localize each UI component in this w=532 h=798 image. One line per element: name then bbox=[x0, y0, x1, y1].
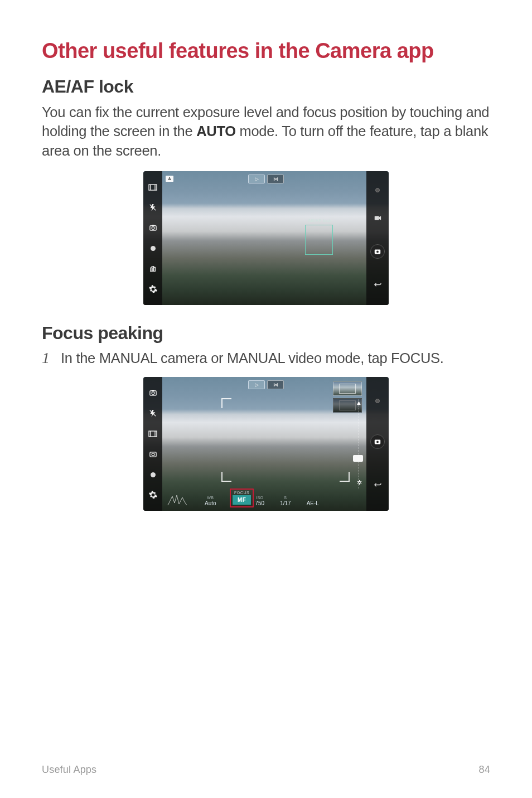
raw-icon[interactable] bbox=[148, 450, 157, 459]
section-title: Other useful features in the Camera app bbox=[42, 39, 490, 63]
param-iso[interactable]: ISO 750 bbox=[255, 496, 264, 507]
switch-camera-icon[interactable] bbox=[148, 224, 157, 233]
left-rail bbox=[143, 377, 162, 511]
right-rail bbox=[366, 171, 389, 305]
focus-callout: FOCUS MF bbox=[230, 489, 254, 507]
footer-label: Useful Apps bbox=[42, 764, 96, 776]
param-ael-label: AE-L bbox=[307, 500, 319, 507]
svg-point-26 bbox=[376, 441, 379, 443]
step-b3: FOCUS bbox=[391, 350, 440, 366]
param-iso-value: 750 bbox=[255, 500, 264, 507]
svg-point-23 bbox=[152, 453, 154, 456]
manual-param-bar: WB Auto EV 0.0 ISO 750 S 1/17 AE-L bbox=[205, 496, 360, 507]
step-b2: MANUAL video bbox=[227, 350, 322, 366]
aeaf-body-bold: AUTO bbox=[196, 123, 236, 139]
aeaf-lock-box[interactable] bbox=[305, 225, 333, 255]
step-mid1: or bbox=[207, 350, 227, 366]
step-mid2: mode, tap bbox=[322, 350, 391, 366]
svg-marker-12 bbox=[379, 216, 381, 220]
param-ael[interactable]: AE-L bbox=[307, 500, 319, 507]
param-wb[interactable]: WB Auto bbox=[205, 496, 216, 507]
back-icon[interactable] bbox=[373, 481, 382, 490]
svg-rect-19 bbox=[149, 431, 157, 437]
gallery-thumb-icon[interactable] bbox=[375, 399, 380, 403]
aeaf-screenshot: A ▷ ⋈ AE/AF lock bbox=[143, 171, 389, 305]
param-wb-value: Auto bbox=[205, 500, 216, 507]
svg-rect-10 bbox=[153, 268, 156, 272]
pip-thumb-top[interactable] bbox=[333, 381, 362, 396]
focus-label: FOCUS bbox=[234, 491, 250, 495]
flash-off-icon[interactable] bbox=[148, 409, 157, 418]
focus-step-1: 1 In the MANUAL camera or MANUAL video m… bbox=[42, 349, 490, 367]
film-icon[interactable] bbox=[148, 429, 157, 438]
svg-point-6 bbox=[152, 227, 154, 230]
svg-rect-0 bbox=[149, 185, 157, 190]
record-icon[interactable] bbox=[373, 214, 382, 223]
shutter-button[interactable] bbox=[370, 244, 385, 259]
mode-badge: A bbox=[166, 176, 173, 182]
svg-rect-11 bbox=[375, 216, 379, 220]
svg-point-14 bbox=[376, 250, 379, 253]
svg-rect-9 bbox=[151, 268, 153, 271]
step-b1: MANUAL camera bbox=[99, 350, 207, 366]
mode-icon[interactable] bbox=[148, 244, 157, 253]
step-number: 1 bbox=[42, 349, 53, 367]
focus-value-button[interactable]: MF bbox=[233, 495, 251, 505]
gallery-thumb-icon[interactable] bbox=[375, 188, 380, 192]
tracking-icon[interactable] bbox=[148, 470, 157, 479]
param-wb-label: WB bbox=[207, 496, 214, 500]
svg-point-24 bbox=[151, 472, 156, 477]
right-rail bbox=[366, 377, 389, 511]
aeaf-body: You can fix the current exposure level a… bbox=[42, 103, 490, 160]
focus-scale[interactable] bbox=[355, 399, 362, 489]
back-icon[interactable] bbox=[373, 280, 382, 289]
aeaf-lock-label: AE/AF lock bbox=[308, 218, 332, 223]
settings-icon[interactable] bbox=[148, 285, 157, 294]
focus-near-icon: ✲ bbox=[357, 479, 362, 486]
step-pre: In the bbox=[61, 350, 99, 366]
aeaf-heading: AE/AF lock bbox=[42, 76, 490, 97]
lens-normal-pill[interactable]: ▷ bbox=[248, 380, 265, 389]
film-icon[interactable] bbox=[148, 183, 157, 192]
flash-off-icon[interactable] bbox=[148, 203, 157, 212]
param-shutter-label: S bbox=[284, 496, 287, 500]
focus-screenshot: ▷ ⋈ bbox=[143, 377, 389, 511]
shutter-button[interactable] bbox=[370, 434, 385, 449]
page-number: 84 bbox=[479, 764, 490, 776]
lens-wide-pill[interactable]: ⋈ bbox=[267, 175, 284, 183]
settings-icon[interactable] bbox=[148, 491, 157, 500]
lens-normal-pill[interactable]: ▷ bbox=[248, 175, 265, 183]
focus-brackets bbox=[221, 398, 350, 482]
svg-point-16 bbox=[152, 392, 154, 395]
param-shutter[interactable]: S 1/17 bbox=[280, 496, 291, 507]
switch-camera-icon[interactable] bbox=[148, 389, 157, 398]
param-iso-label: ISO bbox=[256, 496, 263, 500]
svg-point-7 bbox=[151, 246, 156, 251]
lens-wide-pill[interactable]: ⋈ bbox=[267, 380, 284, 389]
param-shutter-value: 1/17 bbox=[280, 500, 291, 507]
focus-heading: Focus peaking bbox=[42, 323, 490, 344]
step-text: In the MANUAL camera or MANUAL video mod… bbox=[61, 350, 444, 366]
filter-icon[interactable] bbox=[148, 264, 157, 273]
step-post: . bbox=[440, 350, 444, 366]
left-rail bbox=[143, 171, 162, 305]
histogram-icon bbox=[167, 494, 187, 505]
focus-scale-knob[interactable] bbox=[353, 455, 363, 462]
